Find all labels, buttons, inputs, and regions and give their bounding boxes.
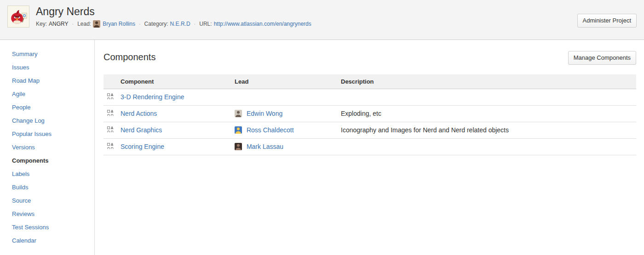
- project-header-text: Angry Nerds Key: ANGRY · Lead: Bryan Rol…: [36, 6, 311, 28]
- page-title: Components: [104, 52, 155, 62]
- lead-link[interactable]: Edwin Wong: [247, 110, 282, 117]
- meta-separator: ·: [72, 21, 74, 27]
- project-header: Angry Nerds Key: ANGRY · Lead: Bryan Rol…: [0, 0, 644, 40]
- page-body: Summary Issues Road Map Agile People Cha…: [0, 40, 644, 255]
- project-meta: Key: ANGRY · Lead: Bryan Rollins · Categ…: [36, 20, 311, 28]
- sidebar-item-popular-issues: Popular Issues: [0, 127, 94, 141]
- meta-separator: ·: [194, 21, 196, 27]
- components-table-body: 3-D Rendering Engine: [104, 89, 636, 155]
- sidebar-item-builds: Builds: [0, 181, 94, 194]
- sidebar-item-road-map: Road Map: [0, 74, 94, 87]
- lead-avatar: [235, 110, 242, 117]
- component-cell: Nerd Graphics: [117, 122, 231, 138]
- description-cell: Exploding, etc: [338, 105, 636, 122]
- main-content: Components Manage Components Component L…: [95, 40, 644, 255]
- component-icon: [107, 109, 114, 117]
- sidebar-item-components: Components: [0, 154, 94, 167]
- lead-avatar: [93, 20, 100, 28]
- sidebar-item-test-sessions: Test Sessions: [0, 221, 94, 234]
- components-table: Component Lead Description: [104, 74, 636, 155]
- project-avatar: [7, 6, 29, 28]
- icon-column-header: [104, 74, 117, 89]
- project-url-link[interactable]: http://www.atlassian.com/en/angrynerds: [214, 21, 311, 27]
- component-cell: Nerd Actions: [117, 105, 231, 122]
- person-icon: [235, 143, 242, 150]
- sidebar-item-summary: Summary: [0, 47, 94, 61]
- lead-avatar: [235, 126, 242, 134]
- person-icon: [235, 110, 242, 117]
- sidebar-item-people: People: [0, 101, 94, 114]
- lead-cell: Mark Lassau: [231, 138, 338, 155]
- component-icon-cell: [104, 105, 117, 122]
- sidebar-item-change-log: Change Log: [0, 114, 94, 127]
- angry-bird-logo-icon: [8, 6, 29, 27]
- person-icon: [235, 126, 242, 134]
- component-link[interactable]: Scoring Engine: [121, 143, 164, 150]
- description-column-header: Description: [338, 74, 636, 89]
- project-title: Angry Nerds: [36, 6, 311, 17]
- sidebar-item-issues: Issues: [0, 61, 94, 74]
- manage-components-button[interactable]: Manage Components: [568, 51, 636, 65]
- category-label: Category:: [144, 21, 168, 27]
- project-lead-link[interactable]: Bryan Rollins: [103, 21, 135, 27]
- sidebar-item-labels: Labels: [0, 167, 94, 181]
- table-row: 3-D Rendering Engine: [104, 89, 636, 105]
- sidebar-item-reviews: Reviews: [0, 207, 94, 221]
- lead-avatar: [235, 143, 242, 150]
- person-icon: [93, 20, 100, 28]
- table-header-row: Component Lead Description: [104, 74, 636, 89]
- sidebar-item-calendar: Calendar: [0, 234, 94, 247]
- meta-separator: ·: [139, 21, 141, 27]
- lead-cell: [231, 89, 338, 105]
- component-icon: [107, 93, 114, 100]
- components-table-head: Component Lead Description: [104, 74, 636, 89]
- component-icon-cell: [104, 138, 117, 155]
- component-icon-cell: [104, 122, 117, 138]
- sidebar-item-versions: Versions: [0, 141, 94, 154]
- main-content-header: Components Manage Components: [104, 51, 636, 65]
- description-cell: Iconography and Images for Nerd and Nerd…: [338, 122, 636, 138]
- sidebar-nav: Summary Issues Road Map Agile People Cha…: [0, 47, 94, 247]
- table-row: Scoring Engine Mark Lassau: [104, 138, 636, 155]
- sidebar-item-agile: Agile: [0, 87, 94, 101]
- component-link[interactable]: 3-D Rendering Engine: [121, 93, 184, 101]
- component-icon: [107, 126, 114, 133]
- lead-cell: Edwin Wong: [231, 105, 338, 122]
- component-cell: Scoring Engine: [117, 138, 231, 155]
- lead-cell: Ross Chaldecott: [231, 122, 338, 138]
- key-value: ANGRY: [49, 21, 68, 27]
- component-link[interactable]: Nerd Graphics: [121, 126, 162, 134]
- description-cell: [338, 138, 636, 155]
- lead-column-header: Lead: [231, 74, 338, 89]
- component-icon-cell: [104, 89, 117, 105]
- sidebar-item-source: Source: [0, 194, 94, 207]
- url-label: URL:: [199, 21, 212, 27]
- administer-project-button[interactable]: Administer Project: [577, 14, 637, 28]
- table-row: Nerd Graphics Ross Chaldecott Iconograph…: [104, 122, 636, 138]
- table-row: Nerd Actions Edwin Wong Exploding, etc: [104, 105, 636, 122]
- component-link[interactable]: Nerd Actions: [121, 110, 157, 117]
- description-cell: [338, 89, 636, 105]
- component-icon: [107, 142, 114, 150]
- project-sidebar: Summary Issues Road Map Agile People Cha…: [0, 40, 95, 255]
- component-cell: 3-D Rendering Engine: [117, 89, 231, 105]
- lead-label: Lead:: [77, 21, 91, 27]
- project-category-link[interactable]: N.E.R.D: [170, 21, 190, 27]
- lead-link[interactable]: Ross Chaldecott: [247, 126, 294, 134]
- lead-link[interactable]: Mark Lassau: [247, 143, 283, 150]
- component-column-header: Component: [117, 74, 231, 89]
- key-label: Key:: [36, 21, 47, 27]
